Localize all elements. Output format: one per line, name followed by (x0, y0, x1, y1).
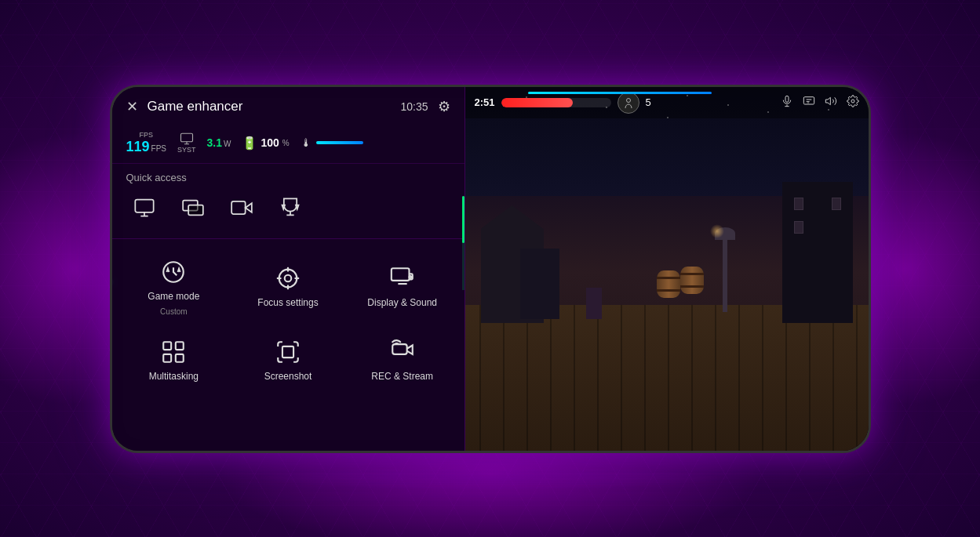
battery-icon: 🔋 (242, 136, 257, 151)
phone-button-left (110, 196, 111, 227)
building-right (782, 182, 853, 323)
stats-bar: FPS 119 FPS SYST 3.1 W (112, 126, 464, 164)
focus-settings-icon (274, 264, 302, 292)
hud-sound-icon[interactable] (825, 95, 837, 111)
svg-rect-20 (785, 96, 789, 102)
hud-score: 5 (646, 96, 651, 108)
fps-value: 119 (126, 139, 150, 155)
svg-rect-1 (135, 199, 153, 212)
fps-unit: FPS (151, 144, 166, 153)
quick-icons-row (126, 190, 450, 234)
menu-item-game-mode[interactable]: Game mode Custom (120, 250, 228, 325)
lamp-post (723, 234, 727, 312)
focus-label: Focus settings (257, 297, 318, 310)
lamp-glow (710, 224, 724, 238)
panel-title: Game enhancer (148, 99, 392, 114)
close-button[interactable]: ✕ (126, 98, 138, 115)
quick-icon-trophy[interactable] (272, 190, 308, 226)
display-sound-icon (388, 264, 417, 292)
barrel-1 (657, 270, 680, 298)
battery-stat: 🔋 100 % (242, 136, 289, 151)
menu-item-display-sound[interactable]: Display & Sound (348, 250, 457, 325)
thermometer-icon: 🌡 (301, 136, 311, 149)
hud-cyan-bar (528, 92, 712, 94)
svg-point-7 (279, 270, 297, 288)
quick-access-label: Quick access (126, 172, 450, 183)
hud-settings-icon[interactable] (847, 95, 859, 111)
screenshot-icon (274, 338, 302, 366)
phone-screen: ✕ Game enhancer 10:35 ⚙ FPS 119 FPS (112, 87, 869, 451)
game-panel: 2:51 5 (465, 87, 869, 451)
quick-icon-camera[interactable] (224, 190, 260, 226)
multitasking-icon (159, 338, 188, 366)
settings-icon[interactable]: ⚙ (438, 98, 450, 115)
fps-label: FPS (139, 131, 153, 139)
hud-right-icons (781, 95, 859, 111)
multitasking-label: Multitasking (149, 371, 199, 383)
hud-player-avatar (618, 92, 639, 114)
svg-point-19 (626, 98, 630, 102)
menu-item-focus[interactable]: Focus settings (234, 250, 342, 325)
svg-rect-0 (180, 133, 192, 142)
quick-access-section: Quick access (112, 164, 464, 238)
barrel-2 (680, 267, 704, 294)
scroll-thumb (462, 196, 464, 243)
menu-grid: Game mode Custom (112, 239, 464, 402)
menu-item-rec-stream[interactable]: REC & Stream (348, 330, 457, 391)
svg-rect-3 (188, 205, 203, 215)
svg-rect-17 (176, 354, 184, 362)
quick-icon-multi-display[interactable] (175, 190, 211, 226)
svg-rect-18 (282, 347, 293, 357)
phone-stand-shadow (255, 466, 726, 490)
game-enhancer-panel: ✕ Game enhancer 10:35 ⚙ FPS 119 FPS (112, 87, 465, 451)
menu-item-multitasking[interactable]: Multitasking (120, 330, 228, 391)
quick-icon-display[interactable] (126, 190, 162, 226)
rec-stream-icon (388, 338, 417, 366)
hud-health-bar (501, 98, 611, 107)
svg-rect-15 (176, 342, 184, 350)
dock-floor (465, 305, 869, 451)
game-mode-sublabel: Custom (160, 307, 187, 316)
svg-point-13 (409, 276, 411, 278)
game-mode-icon (159, 258, 188, 286)
temp-bar (316, 141, 363, 144)
svg-rect-21 (803, 96, 814, 103)
game-hud: 2:51 5 (465, 87, 869, 118)
temp-stat: 🌡 (301, 136, 363, 149)
menu-item-screenshot[interactable]: Screenshot (234, 330, 342, 391)
building-left-2 (520, 249, 559, 319)
scroll-indicator (462, 196, 464, 290)
svg-rect-14 (164, 342, 172, 350)
svg-rect-12 (391, 268, 409, 281)
phone-device: ✕ Game enhancer 10:35 ⚙ FPS 119 FPS (110, 85, 871, 453)
panel-header: ✕ Game enhancer 10:35 ⚙ (112, 87, 464, 126)
hud-health-fill (501, 98, 573, 107)
power-unit: W (224, 140, 231, 148)
syst-label: SYST (177, 146, 196, 154)
hud-chat-icon[interactable] (803, 95, 815, 111)
battery-value: 100 (260, 136, 279, 149)
battery-unit: % (282, 139, 290, 147)
svg-point-22 (851, 100, 854, 103)
header-time: 10:35 (400, 100, 428, 113)
display-sound-label: Display & Sound (367, 297, 437, 310)
lamp-head (715, 227, 735, 240)
game-character (586, 288, 602, 319)
svg-rect-4 (231, 201, 246, 213)
rec-stream-label: REC & Stream (371, 371, 433, 383)
game-mode-label: Game mode (148, 291, 199, 303)
screenshot-label: Screenshot (264, 371, 312, 383)
phone-button-right (869, 178, 871, 201)
power-value: 3.1 (207, 136, 222, 149)
hud-timer: 2:51 (475, 96, 495, 108)
hud-mic-icon[interactable] (781, 95, 793, 111)
svg-point-6 (285, 275, 292, 282)
syst-stat: SYST (177, 132, 196, 154)
fps-stat: FPS 119 FPS (126, 131, 167, 155)
svg-rect-16 (164, 354, 172, 362)
